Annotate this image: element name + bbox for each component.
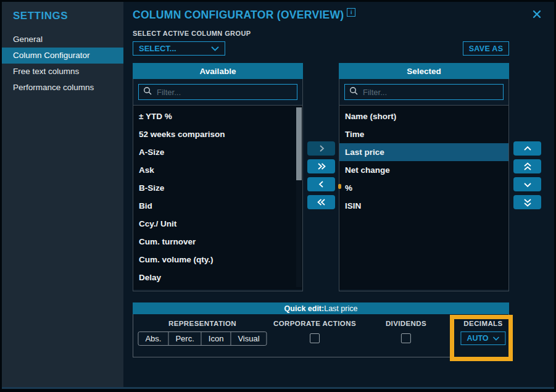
quick-edit-header: Quick edit: Last price bbox=[133, 302, 509, 314]
sidebar-item-free-text-columns[interactable]: Free text columns bbox=[2, 64, 123, 80]
list-item[interactable]: A-Size bbox=[133, 143, 302, 161]
sidebar-item-column-configurator[interactable]: Column Configurator bbox=[2, 48, 123, 64]
list-item[interactable]: Name (short) bbox=[339, 107, 508, 125]
list-item[interactable]: Last price bbox=[339, 143, 508, 161]
save-as-button[interactable]: SAVE AS bbox=[463, 41, 509, 56]
available-list: ± YTD % 52 weeks comparison A-Size Ask B… bbox=[133, 106, 302, 290]
close-icon[interactable] bbox=[532, 9, 542, 19]
column-group-select[interactable]: SELECT... bbox=[133, 41, 225, 56]
sidebar-item-performance-columns[interactable]: Performance columns bbox=[2, 80, 123, 96]
search-icon bbox=[349, 86, 358, 98]
scrollbar-thumb[interactable] bbox=[296, 107, 302, 180]
list-item[interactable]: 52 weeks comparison bbox=[133, 125, 302, 143]
move-all-left-button[interactable] bbox=[307, 195, 335, 209]
list-item[interactable]: ISIN bbox=[339, 197, 508, 215]
sidebar-title: SETTINGS bbox=[13, 10, 123, 22]
list-item[interactable]: % bbox=[339, 179, 508, 197]
move-to-top-button[interactable] bbox=[513, 159, 541, 173]
representation-option-icon[interactable]: Icon bbox=[201, 332, 231, 345]
page-title-text: COLUMN CONFIGURATOR (OVERVIEW) bbox=[133, 9, 344, 21]
move-left-button[interactable] bbox=[307, 177, 335, 191]
available-scrollbar bbox=[296, 107, 302, 287]
move-down-button[interactable] bbox=[513, 177, 541, 191]
list-item[interactable]: Delay bbox=[133, 269, 302, 286]
representation-option-visual[interactable]: Visual bbox=[230, 332, 266, 345]
list-item[interactable]: B-Size bbox=[133, 179, 302, 197]
column-group-select-value: SELECT... bbox=[139, 44, 176, 53]
available-filter-row bbox=[133, 79, 302, 106]
corporate-actions-checkbox[interactable] bbox=[310, 333, 320, 343]
move-right-button[interactable] bbox=[307, 141, 335, 156]
list-item[interactable]: Time bbox=[339, 125, 508, 143]
page-title: COLUMN CONFIGURATOR (OVERVIEW)i bbox=[133, 8, 355, 22]
representation-group: REPRESENTATION Abs. Perc. Icon Visual bbox=[138, 320, 267, 346]
move-all-right-button[interactable] bbox=[307, 159, 335, 173]
available-panel-header: Available bbox=[133, 63, 303, 79]
chevron-down-icon bbox=[211, 44, 219, 53]
cursor-dot bbox=[338, 184, 341, 189]
search-icon bbox=[143, 86, 152, 98]
selected-panel-header: Selected bbox=[339, 63, 509, 79]
selected-filter-input[interactable] bbox=[362, 87, 499, 98]
move-up-button[interactable] bbox=[513, 141, 541, 156]
main-panel: COLUMN CONFIGURATOR (OVERVIEW)i SELECT A… bbox=[123, 2, 554, 387]
representation-label: REPRESENTATION bbox=[168, 320, 236, 327]
transfer-buttons bbox=[307, 141, 335, 209]
active-column-group-label: SELECT ACTIVE COLUMN GROUP bbox=[133, 30, 251, 37]
list-item[interactable]: ± YTD % bbox=[133, 107, 302, 125]
corporate-actions-group: CORPORATE ACTIONS bbox=[273, 320, 356, 343]
move-to-bottom-button[interactable] bbox=[513, 195, 541, 209]
representation-segmented-control: Abs. Perc. Icon Visual bbox=[138, 332, 267, 346]
dividends-group: DIVIDENDS bbox=[386, 320, 426, 343]
order-buttons bbox=[513, 141, 541, 209]
list-item[interactable]: Ccy./ Unit bbox=[133, 215, 302, 233]
representation-option-perc[interactable]: Perc. bbox=[168, 332, 201, 345]
quick-edit-title-prefix: Quick edit: bbox=[284, 304, 325, 313]
list-item[interactable]: Cum. volume (qty.) bbox=[133, 251, 302, 269]
info-icon[interactable]: i bbox=[347, 8, 355, 17]
list-item[interactable]: Bid bbox=[133, 197, 302, 215]
list-item[interactable]: Net change bbox=[339, 161, 508, 179]
selected-list: Name (short) Time Last price Net change … bbox=[339, 106, 508, 290]
list-item[interactable]: Ask bbox=[133, 161, 302, 179]
selected-panel: Selected Name (short) Time Last price Ne… bbox=[339, 63, 509, 291]
sidebar-item-general[interactable]: General bbox=[2, 31, 123, 48]
dividends-label: DIVIDENDS bbox=[386, 320, 426, 327]
representation-option-abs[interactable]: Abs. bbox=[138, 332, 168, 345]
dividends-checkbox[interactable] bbox=[401, 333, 411, 343]
window-bottom-border bbox=[2, 387, 554, 389]
corporate-actions-label: CORPORATE ACTIONS bbox=[273, 320, 356, 327]
settings-window: SETTINGS General Column Configurator Fre… bbox=[0, 0, 556, 392]
annotation-highlight-box bbox=[450, 315, 513, 361]
selected-filter-row bbox=[339, 79, 508, 106]
quick-edit-title-item: Last price bbox=[324, 304, 357, 313]
available-panel: Available ± YTD % 52 weeks comparison A-… bbox=[133, 63, 303, 291]
available-filter-input[interactable] bbox=[156, 87, 293, 98]
list-item[interactable]: Cum. turnover bbox=[133, 233, 302, 251]
sidebar-nav: General Column Configurator Free text co… bbox=[2, 31, 123, 96]
sidebar: SETTINGS General Column Configurator Fre… bbox=[2, 2, 123, 387]
